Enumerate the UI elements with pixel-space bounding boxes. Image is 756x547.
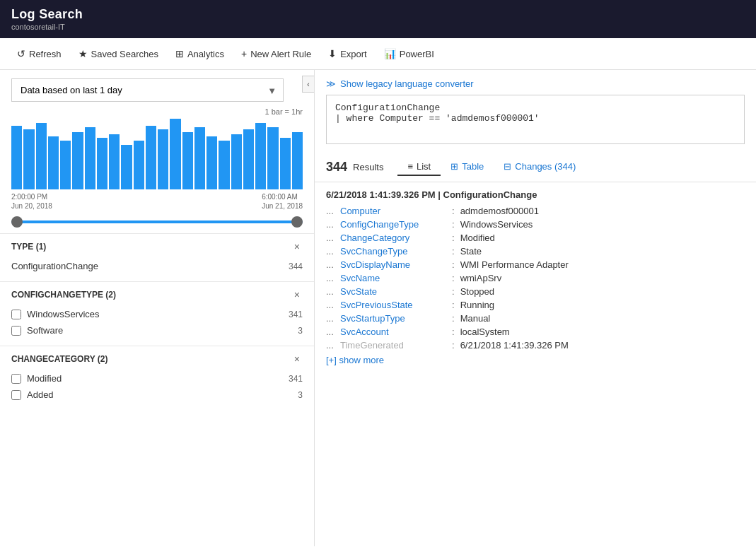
refresh-button[interactable]: ↺ Refresh [8, 44, 70, 64]
facet-checkbox[interactable] [11, 326, 21, 336]
export-button[interactable]: ⬇ Export [320, 44, 376, 64]
result-colon: : [452, 327, 455, 337]
result-key-configchangetype[interactable]: ConfigChangeType [340, 219, 446, 230]
facet-checkbox[interactable] [11, 374, 21, 384]
chart-bar [267, 127, 278, 189]
chart-bar [36, 123, 47, 189]
query-box[interactable]: ConfigurationChange | where Computer == … [326, 95, 745, 144]
facet-header-type: TYPE (1)× [11, 241, 303, 252]
result-key-svcpreviousstate[interactable]: SvcPreviousState [340, 300, 446, 310]
facet-checkbox[interactable] [11, 310, 21, 319]
new-alert-rule-button[interactable]: + New Alert Rule [233, 44, 320, 64]
chart-bar [121, 145, 132, 189]
facet-header-configchangetype: CONFIGCHANGETYPE (2)× [11, 289, 303, 300]
result-value-svcstate: Stopped [460, 286, 494, 297]
result-key-svcaccount[interactable]: SvcAccount [340, 327, 446, 337]
result-value-svcchangetype: State [460, 246, 482, 257]
chart-bar [292, 132, 303, 189]
analytics-label: Analytics [187, 49, 224, 59]
chart-bar [48, 136, 59, 189]
range-thumb-left[interactable] [11, 216, 23, 228]
result-colon: : [452, 233, 455, 243]
chart-bar [170, 119, 180, 189]
table-tab-label: Table [462, 161, 484, 172]
facet-row-left: ConfigurationChange [11, 261, 98, 271]
facet-row-left: WindowsServices [11, 309, 100, 319]
facet-row: Modified341 [11, 370, 303, 387]
chart-bar-label: 1 bar = 1hr [11, 107, 303, 116]
new-alert-rule-label: New Alert Rule [250, 49, 311, 59]
result-key-svcdisplayname[interactable]: SvcDisplayName [340, 259, 446, 270]
chart-container: 1 bar = 1hr 2:00:00 PM Jun 20, 2018 6:00… [0, 102, 314, 211]
result-field-row: ...SvcDisplayName:WMI Performance Adapte… [326, 258, 745, 271]
list-tab-icon: ≡ [407, 161, 413, 172]
table-tab-icon: ⊞ [450, 161, 458, 172]
facet-row-left: Software [11, 325, 63, 336]
show-more-link[interactable]: [+] show more [326, 352, 384, 368]
collapse-button[interactable]: ‹ [302, 76, 315, 93]
result-key-svcname[interactable]: SvcName [340, 273, 446, 283]
facet-section-type: TYPE (1)×ConfigurationChange344 [0, 233, 314, 281]
double-chevron-icon: ≫ [326, 78, 336, 89]
result-ellipsis: ... [326, 286, 340, 297]
result-key-changecategory[interactable]: ChangeCategory [340, 233, 446, 243]
result-colon: : [452, 246, 455, 257]
facet-count: 3 [298, 326, 303, 336]
date-filter-wrapper: Data based on last 1 day Data based on l… [11, 78, 284, 102]
range-slider-row [0, 211, 314, 233]
result-timestamp: 6/21/2018 1:41:39.326 PM | Configuration… [326, 189, 745, 200]
result-fields: ...Computer:admdemosf000001...ConfigChan… [326, 204, 745, 352]
result-key-svcstartuptype[interactable]: SvcStartupType [340, 313, 446, 324]
facet-title-configchangetype: CONFIGCHANGETYPE (2) [11, 290, 116, 300]
date-filter-select[interactable]: Data based on last 1 day Data based on l… [11, 78, 284, 102]
result-colon: : [452, 286, 455, 297]
facet-label[interactable]: Added [27, 389, 54, 400]
chart-bar [280, 138, 291, 189]
refresh-label: Refresh [29, 49, 62, 59]
facet-row: WindowsServices341 [11, 306, 303, 322]
result-value-configchangetype: WindowsServices [460, 219, 533, 230]
results-header: 344 Results ≡ List⊞ Table⊟ Changes (344) [315, 153, 756, 182]
analytics-button[interactable]: ⊞ Analytics [167, 44, 233, 64]
export-label: Export [340, 49, 367, 59]
results-tabs: ≡ List⊞ Table⊟ Changes (344) [397, 158, 586, 176]
range-thumb-right[interactable] [291, 216, 303, 228]
chart-bar [194, 127, 205, 189]
result-field-row: ...SvcName:wmiApSrv [326, 271, 745, 285]
facet-label[interactable]: Software [27, 325, 63, 336]
result-key-svcchangetype[interactable]: SvcChangeType [340, 246, 446, 257]
chart-bar [146, 126, 156, 189]
changes-tab-label: Changes (344) [515, 161, 576, 172]
legacy-converter-link[interactable]: Show legacy language converter [340, 78, 474, 89]
facet-label[interactable]: WindowsServices [27, 309, 100, 319]
powerbi-icon: 📊 [384, 48, 396, 59]
powerbi-button[interactable]: 📊 PowerBI [376, 44, 443, 64]
result-tab-changes[interactable]: ⊟ Changes (344) [494, 158, 586, 176]
refresh-icon: ↺ [17, 48, 25, 59]
result-key-svcstate[interactable]: SvcState [340, 286, 446, 297]
chart-bar [97, 138, 107, 189]
facet-close-changecategory[interactable]: × [291, 353, 303, 365]
result-value-changecategory: Modified [460, 233, 495, 243]
facet-row: ConfigurationChange344 [11, 258, 303, 274]
star-icon: ★ [78, 48, 88, 59]
plus-icon: + [241, 48, 247, 59]
result-key-computer[interactable]: Computer [340, 206, 446, 216]
result-colon: : [452, 300, 455, 310]
legacy-converter-row: ≫ Show legacy language converter [315, 70, 756, 95]
facet-close-type[interactable]: × [291, 241, 303, 252]
result-tab-list[interactable]: ≡ List [397, 158, 441, 176]
result-tab-table[interactable]: ⊞ Table [441, 158, 494, 176]
result-key-timegenerated: TimeGenerated [340, 340, 446, 351]
result-value-svcpreviousstate: Running [460, 300, 494, 310]
facet-close-configchangetype[interactable]: × [291, 289, 303, 300]
chart-bar [243, 129, 254, 189]
facet-checkbox[interactable] [11, 390, 21, 400]
result-field-row: ...SvcAccount:localSystem [326, 325, 745, 339]
result-value-svcstartuptype: Manual [460, 313, 491, 324]
app-subtitle: contosoretail-IT [11, 23, 745, 31]
date-filter-row: Data based on last 1 day Data based on l… [0, 70, 314, 102]
range-slider[interactable] [11, 215, 303, 229]
saved-searches-button[interactable]: ★ Saved Searches [70, 44, 167, 64]
facet-label[interactable]: Modified [27, 373, 62, 384]
